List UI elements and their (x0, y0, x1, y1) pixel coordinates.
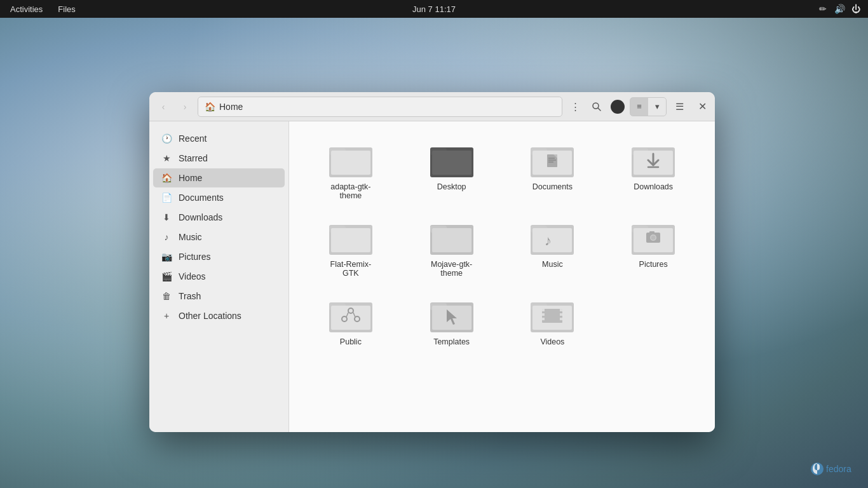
sidebar-item-home[interactable]: 🏠 Home (153, 168, 285, 187)
search-button[interactable] (588, 98, 606, 116)
file-item-downloads[interactable]: Downloads (604, 134, 702, 205)
svg-text:♪: ♪ (545, 233, 552, 248)
back-button[interactable]: ‹ (154, 98, 172, 116)
sidebar-item-starred[interactable]: ★ Starred (153, 149, 285, 168)
sidebar-item-videos[interactable]: 🎬 Videos (153, 267, 285, 286)
file-item-music[interactable]: ♪ Music (504, 212, 602, 283)
trash-icon: 🗑 (161, 290, 172, 302)
file-manager-window: ‹ › 🏠 Home ⋮ ≡ ▾ ☰ ✕ 🕐 Recen (149, 92, 715, 432)
activities-button[interactable]: Activities (4, 3, 49, 15)
sidebar-item-documents[interactable]: 📄 Documents (153, 188, 285, 207)
location-bar[interactable]: 🏠 Home (198, 97, 562, 117)
folder-icon-public (328, 295, 374, 334)
videos-icon: 🎬 (161, 271, 172, 282)
menu-button[interactable]: ☰ (670, 98, 688, 116)
svg-point-37 (651, 236, 656, 240)
sidebar-label-trash: Trash (179, 291, 201, 301)
main-content: 🕐 Recent ★ Starred 🏠 Home 📄 Documents ⬇ (149, 121, 715, 432)
sidebar-label-pictures: Pictures (179, 252, 211, 262)
svg-rect-27 (432, 228, 471, 252)
folder-icon-templates (429, 295, 475, 334)
folder-icon-pictures (630, 218, 676, 256)
folder-icon-downloads (630, 140, 676, 179)
svg-line-1 (598, 108, 600, 111)
svg-rect-58 (560, 309, 562, 311)
sidebar-item-downloads[interactable]: ⬇ Downloads (153, 208, 285, 227)
view-dropdown-button[interactable]: ▾ (648, 98, 666, 116)
svg-rect-56 (542, 313, 545, 316)
list-view-button[interactable]: ≡ (630, 98, 648, 116)
file-item-documents[interactable]: Documents (504, 134, 602, 205)
close-button[interactable]: ✕ (695, 99, 710, 114)
sidebar-item-music[interactable]: ♪ Music (153, 227, 285, 247)
documents-icon: 📄 (161, 192, 172, 203)
view-toggle: ≡ ▾ (630, 97, 667, 116)
file-label-public: Public (340, 337, 362, 346)
sidebar-label-downloads: Downloads (179, 212, 222, 222)
sidebar-label-starred: Starred (179, 153, 208, 163)
svg-rect-41 (331, 306, 370, 330)
file-item-flat-remix-gtk[interactable]: Flat-Remix-GTK (302, 212, 400, 283)
location-text: Home (219, 102, 243, 112)
sidebar-label-recent: Recent (179, 133, 207, 144)
svg-rect-55 (542, 309, 545, 311)
file-item-mojave-gtk-theme[interactable]: Mojave-gtk-theme (403, 212, 501, 283)
sidebar-item-recent[interactable]: 🕐 Recent (153, 129, 285, 148)
color-picker-button[interactable] (611, 100, 625, 114)
file-label-flat-remix: Flat-Remix-GTK (322, 260, 379, 278)
file-item-public[interactable]: Public (302, 289, 400, 351)
folder-icon-adapta (328, 140, 374, 179)
svg-rect-59 (560, 313, 562, 316)
volume-icon[interactable]: 🔊 (834, 3, 845, 15)
file-item-templates[interactable]: Templates (403, 289, 501, 351)
topbar: Activities Files Jun 7 11:17 ✏ 🔊 ⏻ (0, 0, 868, 18)
svg-rect-5 (331, 151, 370, 175)
file-label-documents: Documents (532, 182, 573, 191)
sidebar-item-trash[interactable]: 🗑 Trash (153, 287, 285, 306)
file-grid: adapta-gtk-theme Desktop (289, 121, 715, 432)
music-icon: ♪ (161, 231, 172, 243)
file-label-downloads: Downloads (634, 182, 673, 191)
file-label-mojave: Mojave-gtk-theme (423, 260, 480, 278)
file-label-music: Music (542, 260, 563, 269)
svg-rect-54 (542, 309, 562, 323)
sidebar-label-videos: Videos (179, 271, 206, 281)
svg-text:fedora: fedora (826, 464, 851, 474)
fedora-logo-svg: fedora (810, 460, 860, 478)
pictures-icon: 📷 (161, 251, 172, 262)
file-item-desktop[interactable]: Desktop (403, 134, 501, 205)
starred-icon: ★ (161, 152, 172, 164)
svg-rect-57 (542, 318, 545, 320)
headerbar: ‹ › 🏠 Home ⋮ ≡ ▾ ☰ ✕ (149, 92, 715, 121)
folder-icon-documents (529, 140, 575, 179)
files-menu[interactable]: Files (51, 3, 81, 15)
recent-icon: 🕐 (161, 133, 172, 144)
screenshot-icon[interactable]: ✏ (817, 3, 829, 15)
power-icon[interactable]: ⏻ (850, 3, 862, 15)
svg-rect-24 (331, 228, 370, 252)
file-label-videos: Videos (540, 337, 564, 346)
more-options-button[interactable]: ⋮ (566, 98, 584, 116)
sidebar-label-documents: Documents (179, 193, 224, 203)
fedora-logo: fedora (810, 460, 860, 480)
folder-icon-flat-remix (328, 218, 374, 256)
file-item-videos[interactable]: Videos (504, 289, 602, 351)
svg-rect-38 (649, 231, 654, 234)
file-item-adapta-gtk-theme[interactable]: adapta-gtk-theme (302, 134, 400, 205)
sidebar-label-other-locations: Other Locations (179, 311, 241, 321)
sidebar-label-home: Home (179, 173, 202, 183)
sidebar-item-other-locations[interactable]: + Other Locations (153, 306, 285, 325)
file-label-templates: Templates (433, 337, 470, 346)
file-label-pictures: Pictures (639, 260, 668, 269)
sidebar-item-pictures[interactable]: 📷 Pictures (153, 247, 285, 266)
file-item-pictures[interactable]: Pictures (604, 212, 702, 283)
home-sidebar-icon: 🏠 (161, 172, 172, 184)
home-icon: 🏠 (205, 102, 215, 112)
other-locations-icon: + (161, 310, 172, 322)
svg-rect-30 (532, 228, 572, 252)
sidebar-label-music: Music (179, 232, 202, 242)
file-label-desktop: Desktop (437, 182, 466, 191)
svg-rect-8 (432, 151, 471, 175)
sidebar: 🕐 Recent ★ Starred 🏠 Home 📄 Documents ⬇ (149, 121, 289, 432)
forward-button[interactable]: › (176, 98, 194, 116)
